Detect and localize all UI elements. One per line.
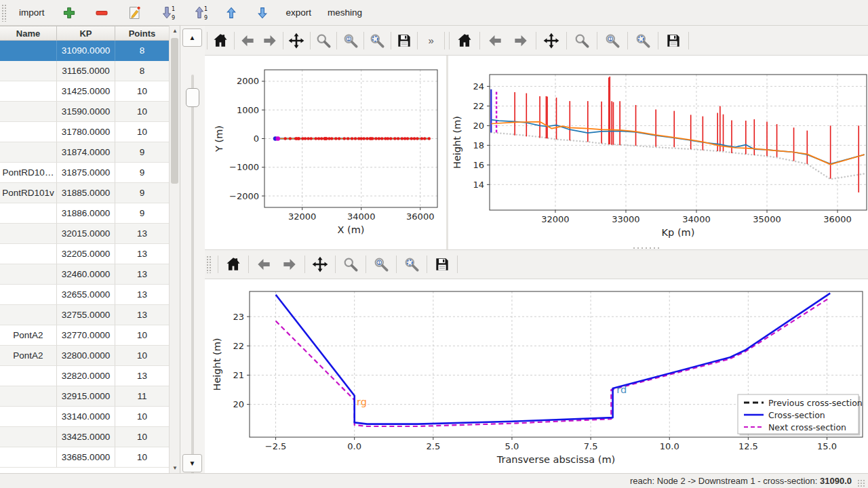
cell-points[interactable]: 13 (115, 264, 170, 285)
cell-points[interactable]: 10 (115, 346, 170, 366)
cell-points[interactable]: 8 (115, 41, 170, 61)
scrollbar-thumb[interactable] (171, 38, 178, 184)
cell-name[interactable] (0, 427, 57, 447)
table-row[interactable]: 32915.000011 (0, 386, 170, 407)
cell-points[interactable]: 13 (115, 285, 170, 305)
cell-kp[interactable]: 31885.0000 (57, 183, 115, 203)
cell-name[interactable] (0, 142, 57, 163)
resize-grip[interactable] (857, 479, 865, 487)
cell-kp[interactable]: 32800.0000 (57, 346, 115, 366)
table-row[interactable]: 31780.000010 (0, 122, 170, 142)
profile-view-canvas[interactable]: 3200033000340003500036000141618202224Kp … (448, 56, 868, 249)
table-row[interactable]: 32820.000013 (0, 366, 170, 386)
table-row[interactable]: 31425.000010 (0, 81, 170, 102)
add-cross-section-button[interactable] (55, 1, 83, 24)
nav-zoom-config-button[interactable]: 1 (370, 253, 393, 276)
cell-name[interactable]: PontA2 (0, 325, 57, 346)
cell-points[interactable]: 9 (115, 203, 170, 224)
nav-zoom-button[interactable] (570, 29, 593, 52)
meshing-button[interactable]: meshing (321, 4, 368, 21)
toolbar-grip[interactable] (1, 4, 7, 22)
cell-points[interactable]: 10 (115, 407, 170, 427)
slider-thumb[interactable] (186, 88, 199, 107)
cell-name[interactable] (0, 264, 57, 285)
nav-overflow-button[interactable]: » (421, 29, 441, 52)
slider-down-button[interactable]: ▼ (182, 454, 202, 472)
nav-zoom-config-button[interactable]: 1 (340, 29, 360, 52)
slider-groove[interactable] (191, 75, 194, 477)
cross-section-canvas[interactable]: −2.50.02.55.07.510.012.515.020212223Tran… (205, 279, 868, 473)
cell-kp[interactable]: 31165.0000 (57, 61, 115, 81)
cell-points[interactable]: 9 (115, 183, 170, 203)
nav-zoom-button[interactable] (339, 253, 362, 276)
nav-home-button[interactable] (222, 253, 245, 276)
table-row[interactable]: PontRD101v31885.00009 (0, 183, 170, 203)
cell-points[interactable]: 13 (115, 305, 170, 325)
nav-save-button[interactable] (431, 253, 454, 276)
cell-points[interactable]: 13 (115, 366, 170, 386)
cell-kp[interactable]: 31780.0000 (57, 122, 115, 142)
cell-name[interactable] (0, 407, 57, 427)
cell-points[interactable]: 13 (115, 224, 170, 244)
table-row[interactable]: 31886.00009 (0, 203, 170, 224)
scroll-up-icon[interactable]: ▲ (170, 26, 180, 36)
cell-kp[interactable]: 32015.0000 (57, 224, 115, 244)
export-button[interactable]: export (280, 4, 318, 21)
slider-up-button[interactable]: ▲ (182, 28, 202, 47)
table-row[interactable]: PontRD10…31875.00009 (0, 163, 170, 183)
nav-home-button[interactable] (211, 29, 231, 52)
cell-points[interactable]: 10 (115, 447, 170, 468)
nav-forward-button[interactable] (278, 253, 301, 276)
cell-name[interactable] (0, 366, 57, 386)
cell-name[interactable]: PontRD101v (0, 183, 57, 203)
cell-kp[interactable]: 32205.0000 (57, 244, 115, 264)
nav-back-button[interactable] (252, 253, 275, 276)
cell-kp[interactable]: 31886.0000 (57, 203, 115, 224)
move-up-button[interactable] (218, 2, 245, 24)
table-row[interactable]: 32460.000013 (0, 264, 170, 285)
cell-kp[interactable]: 33140.0000 (57, 407, 115, 427)
nav-zoom-config-button[interactable]: 1 (601, 29, 624, 52)
table-row[interactable]: 33685.000010 (0, 447, 170, 468)
nav-forward-button[interactable] (260, 29, 279, 52)
scroll-down-icon[interactable]: ▼ (170, 463, 180, 473)
cell-kp[interactable]: 33685.0000 (57, 447, 115, 468)
cell-name[interactable] (0, 305, 57, 325)
nav-pan-button[interactable] (287, 29, 307, 52)
nav-zoom-button[interactable] (314, 29, 334, 52)
column-header-points[interactable]: Points (115, 26, 170, 41)
nav-pan-button[interactable] (540, 29, 563, 52)
cell-name[interactable] (0, 447, 57, 468)
cell-points[interactable]: 11 (115, 386, 170, 407)
move-down-button[interactable] (249, 2, 276, 24)
import-button[interactable]: import (13, 4, 51, 21)
sort-descending-button[interactable]: 19 (153, 1, 181, 24)
cell-name[interactable] (0, 102, 57, 122)
cell-name[interactable] (0, 61, 57, 81)
cell-points[interactable]: 10 (115, 102, 170, 122)
cell-kp[interactable]: 32460.0000 (57, 264, 115, 285)
cell-points[interactable]: 9 (115, 142, 170, 163)
nav-zoom-fit-button[interactable] (400, 253, 423, 276)
cell-kp[interactable]: 32655.0000 (57, 285, 115, 305)
cell-points[interactable]: 9 (115, 163, 170, 183)
edit-cross-section-button[interactable] (120, 1, 149, 24)
cell-points[interactable]: 10 (115, 325, 170, 346)
cell-kp[interactable]: 31590.0000 (57, 102, 115, 122)
cell-points[interactable]: 10 (115, 427, 170, 447)
table-row[interactable]: 31165.00008 (0, 61, 170, 81)
remove-cross-section-button[interactable] (87, 1, 116, 24)
cell-kp[interactable]: 31090.0000 (57, 41, 115, 61)
nav-back-button[interactable] (238, 29, 258, 52)
table-row[interactable]: 32755.000013 (0, 305, 170, 325)
nav-zoom-fit-button[interactable] (631, 29, 654, 52)
cell-name[interactable] (0, 203, 57, 224)
table-row[interactable]: 32205.000013 (0, 244, 170, 264)
table-row[interactable]: 32655.000013 (0, 285, 170, 305)
cell-name[interactable] (0, 244, 57, 264)
table-row[interactable]: PontA232800.000010 (0, 346, 170, 366)
toolbar-grip[interactable] (206, 256, 212, 273)
nav-home-button[interactable] (453, 29, 476, 52)
cell-kp[interactable]: 31425.0000 (57, 81, 115, 102)
table-row[interactable]: 31090.00008 (0, 41, 170, 61)
